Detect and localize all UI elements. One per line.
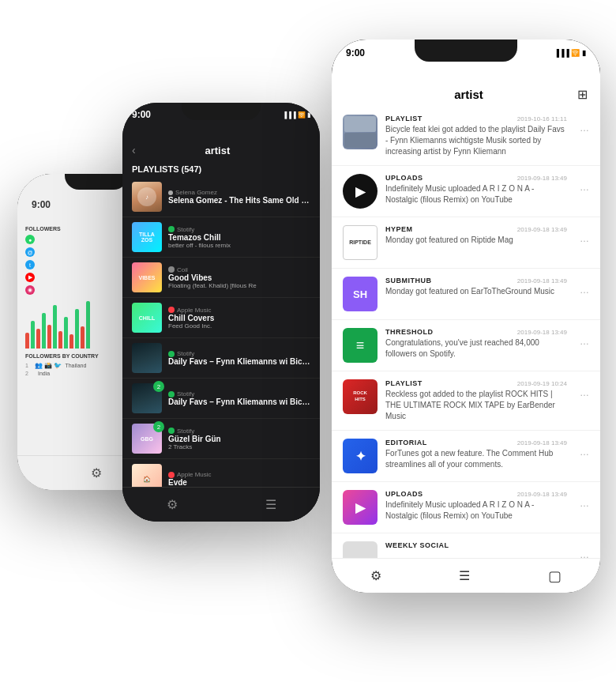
right-menu-icon[interactable]: ☰ [459, 568, 470, 583]
feed-header-8: UPLOADS 2019-09-18 13:49 [385, 490, 567, 498]
feed-body-2: UPLOADS 2019-09-18 13:49 Indefinitely Mu… [385, 174, 567, 205]
feed-text-1: Bicycle feat klei got added to the playl… [385, 124, 567, 157]
youtube-icon: ▶ [25, 273, 35, 282]
playlist-info-5: Stotify Daily Favs – Fynn Kliemanns wi B… [168, 350, 310, 366]
back-button[interactable]: ‹ [132, 144, 136, 156]
playlist-source-1: Selena Gomez [168, 189, 310, 196]
list-item[interactable]: CHILL Apple Music Chill Covers Feed Good… [122, 298, 320, 338]
right-phone-notch [415, 40, 517, 62]
feed-date-8: 2019-09-18 13:49 [517, 491, 567, 498]
feed-text-2: Indefinitely Music uploaded A R I Z O N … [385, 183, 567, 205]
list-item[interactable]: 🏠 Apple Music Evde [122, 459, 320, 487]
mid-status-time: 9:00 [132, 109, 151, 120]
feed-text-8: Indefinitely Music uploaded A R I Z O N … [385, 499, 567, 522]
feed-date-1: 2019-10-16 11:11 [517, 115, 567, 122]
feed-more-6[interactable]: … [575, 387, 589, 401]
chart-bar [47, 325, 51, 349]
feed-body-5: THRESHOLD 2019-09-18 13:49 Congratulatio… [385, 328, 567, 360]
feed-category-2: UPLOADS [385, 174, 423, 182]
feed-item-5[interactable]: ≡ THRESHOLD 2019-09-18 13:49 Congratulat… [332, 320, 600, 371]
playlist-sub-3: Floating (feat. Khalid) [filous Re [168, 282, 310, 289]
right-phone-screen: 9:00 ▐▐▐ 🛜 ▮ artist ⊞ [332, 40, 600, 593]
whatsapp-icon: ● [25, 235, 35, 244]
feed-date-2: 2019-09-18 13:49 [517, 175, 567, 182]
filter-icon[interactable]: ⊞ [577, 87, 588, 102]
feed-item-4[interactable]: SH SUBMITHUB 2019-09-18 13:49 Monday got… [332, 269, 600, 320]
feed-text-3: Monday got featured on Riptide Mag [385, 235, 567, 246]
feed-item-3[interactable]: RIPTIDE HYPEM 2019-09-18 13:49 Monday go… [332, 217, 600, 269]
feed-date-5: 2019-09-18 13:49 [517, 329, 567, 336]
playlist-name-6: Daily Favs – Fynn Kliemanns wi Bicycle (… [168, 398, 310, 406]
feed-more-8[interactable]: … [575, 498, 589, 512]
playlist-thumb-8: 🏠 [132, 464, 162, 487]
right-gear-icon[interactable]: ⚙ [370, 568, 381, 583]
right-page-title: artist [454, 88, 483, 101]
playlist-info-2: Stotify Temazos Chill better off - filou… [168, 226, 310, 249]
feed-header-2: UPLOADS 2019-09-18 13:49 [385, 174, 567, 182]
feed-body-1: PLAYLIST 2019-10-16 11:11 Bicycle feat k… [385, 115, 567, 157]
right-square-icon[interactable]: ▢ [548, 567, 562, 585]
feed-header-5: THRESHOLD 2019-09-18 13:49 [385, 328, 567, 336]
left-gear-icon[interactable]: ⚙ [91, 465, 102, 480]
feed-body-7: EDITORIAL 2019-09-18 13:49 ForTunes got … [385, 439, 567, 470]
feed-item-1[interactable]: PLAYLIST 2019-10-16 11:11 Bicycle feat k… [332, 107, 600, 166]
list-item[interactable]: Stotify Daily Favs – Fynn Kliemanns wi B… [122, 338, 320, 379]
playlist-thumb-3: VIBES [132, 262, 162, 292]
feed-category-5: THRESHOLD [385, 328, 434, 336]
list-item[interactable]: GBG 2 Stotify Güzel Bir Gün 2 Tracks [122, 419, 320, 459]
mid-page-title: artist [141, 145, 295, 156]
feed-item-8[interactable]: ▶ UPLOADS 2019-09-18 13:49 Indefinitely … [332, 482, 600, 533]
feed-more-2[interactable]: … [575, 182, 589, 196]
feed-body-3: HYPEM 2019-09-18 13:49 Monday got featur… [385, 225, 567, 246]
feed-more-3[interactable]: … [575, 233, 589, 247]
playlist-source-7: Stotify [168, 428, 310, 435]
playlist-info-8: Apple Music Evde [168, 471, 310, 487]
chart-bar [36, 329, 40, 349]
feed-more-7[interactable]: … [575, 447, 589, 461]
right-phone-content: 9:00 ▐▐▐ 🛜 ▮ artist ⊞ [332, 40, 600, 593]
chart-bar [75, 309, 79, 349]
feed-more-9[interactable]: … [575, 549, 589, 558]
mid-phone: 9:00 ▐▐▐ 🛜 ▮ ‹ artist PLAYLISTS (547) [122, 103, 320, 522]
playlist-name-7: Güzel Bir Gün [168, 435, 310, 443]
feed-thumb-playlist2: ROCKHITS [343, 379, 377, 414]
chart-bar [81, 326, 85, 349]
mid-menu-icon[interactable]: ☰ [265, 497, 276, 512]
left-status-time: 9:00 [32, 199, 51, 210]
feed-more-5[interactable]: … [575, 336, 589, 350]
feed-item-7[interactable]: ✦ EDITORIAL 2019-09-18 13:49 ForTunes go… [332, 431, 600, 482]
feed-thumb-hypem: RIPTIDE [343, 225, 377, 260]
list-item[interactable]: 2 Stotify Daily Favs – Fynn Kliemanns wi… [122, 379, 320, 419]
playlist-thumb-4: CHILL [132, 303, 162, 333]
mid-bottom-nav: ⚙ ☰ [122, 487, 320, 522]
list-item[interactable]: VIBES Coil Good Vibes Floating (feat. Kh… [122, 258, 320, 298]
chart-bar [53, 305, 57, 349]
right-status-icons: ▐▐▐ 🛜 ▮ [554, 49, 586, 57]
feed-text-5: Congratulations, you've just reached 84,… [385, 337, 567, 360]
feed-date-6: 2019-09-19 10:24 [517, 380, 567, 387]
feed-thumb-submithub: SH [343, 277, 377, 311]
feed-more-1[interactable]: … [575, 122, 589, 137]
playlist-source-4: Apple Music [168, 307, 310, 314]
playlist-source-8: Apple Music [168, 471, 310, 478]
list-item[interactable]: ♪ Selena Gomez Selena Gomez - The Hits S… [122, 177, 320, 217]
playlist-info-1: Selena Gomez Selena Gomez - The Hits Sam… [168, 189, 310, 205]
chart-bar [42, 313, 46, 349]
list-item[interactable]: TILLAZOS Stotify Temazos Chill better of… [122, 217, 320, 258]
chart-bar [69, 334, 73, 349]
playlist-thumb-2: TILLAZOS [132, 222, 162, 252]
feed-thumb-editorial: ✦ [343, 439, 377, 473]
scene: 9:00 ▐▐▐ 🛜 ▮ artist FOLLOWERS ● [0, 0, 616, 682]
feed-item-2[interactable]: ▶ UPLOADS 2019-09-18 13:49 Indefinitely … [332, 166, 600, 217]
feed-item-9[interactable]: WEEKLY SOCIAL … [332, 533, 600, 558]
feed-more-4[interactable]: … [575, 284, 589, 299]
chart-bar [31, 321, 35, 349]
playlist-name-2: Temazos Chill [168, 233, 310, 242]
mid-gear-icon[interactable]: ⚙ [167, 497, 178, 512]
feed-header-6: PLAYLIST 2019-09-19 10:24 [385, 379, 567, 387]
chart-bar [25, 333, 29, 349]
playlist-badge-6: 2 [153, 381, 164, 392]
playlist-info-3: Coil Good Vibes Floating (feat. Khalid) … [168, 266, 310, 289]
feed-item-6[interactable]: ROCKHITS PLAYLIST 2019-09-19 10:24 Reckl… [332, 371, 600, 431]
chart-bar [58, 331, 62, 349]
